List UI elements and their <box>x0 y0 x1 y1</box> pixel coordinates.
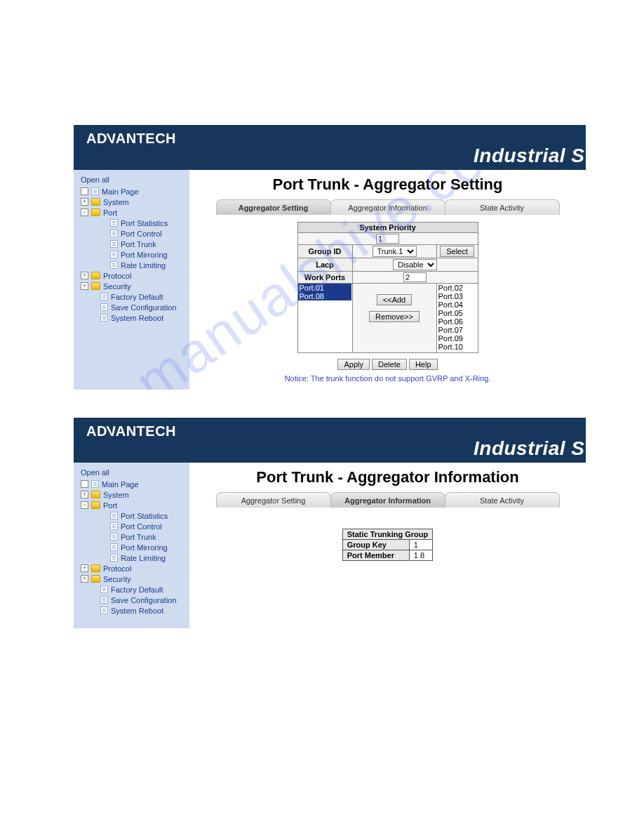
port-option[interactable]: Port.02 <box>437 284 478 292</box>
tab-aggregator-setting[interactable]: Aggregator Setting <box>216 199 331 215</box>
nav-system[interactable]: +System <box>81 489 187 500</box>
expand-icon[interactable]: + <box>81 272 88 279</box>
nav-label: Factory Default <box>111 293 163 301</box>
sys-priority-input[interactable] <box>376 234 399 244</box>
open-all-link[interactable]: Open all <box>81 468 187 477</box>
nav-port-statistics[interactable]: Port Statistics <box>81 218 187 228</box>
nav-label: Port Statistics <box>121 219 168 227</box>
tab-bar: Aggregator Setting Aggregator Informatio… <box>216 199 560 215</box>
nav-system[interactable]: +System <box>81 197 187 207</box>
delete-button[interactable]: Delete <box>372 359 407 370</box>
notice-text: Notice: The trunk function do not suppor… <box>189 374 586 383</box>
nav-port-control[interactable]: Port Control <box>81 521 187 531</box>
nav-protocol[interactable]: +Protocol <box>81 270 187 281</box>
nav-label: Port <box>103 208 117 217</box>
tab-state-activity[interactable]: State Activity <box>445 492 560 508</box>
nav-label: Port <box>103 501 117 510</box>
port-option[interactable]: Port.07 <box>437 326 478 334</box>
nav-save-configuration[interactable]: Save Configuration <box>81 302 187 312</box>
work-ports-input[interactable] <box>403 272 427 282</box>
expand-icon[interactable]: + <box>81 564 88 572</box>
expand-icon[interactable]: + <box>81 198 88 206</box>
group-id-label: Group ID <box>297 245 352 258</box>
selected-ports-listbox[interactable]: Port.01 Port.08 <box>298 284 351 352</box>
nav-label: System Reboot <box>111 607 163 615</box>
tab-aggregator-information[interactable]: Aggregator Information <box>330 199 445 215</box>
expand-icon[interactable]: + <box>81 575 88 583</box>
nav-factory-default[interactable]: Factory Default <box>81 584 187 595</box>
folder-icon <box>91 501 100 509</box>
page-icon <box>110 533 118 541</box>
nav-label: Port Control <box>121 230 162 238</box>
page-icon <box>100 303 108 311</box>
lacp-cell: Disable <box>352 258 478 272</box>
expand-icon[interactable]: + <box>81 491 88 498</box>
add-button[interactable]: <<Add <box>377 294 412 305</box>
select-button[interactable]: Select <box>440 246 474 257</box>
nav-label: System <box>103 198 129 206</box>
tab-aggregator-setting[interactable]: Aggregator Setting <box>216 492 331 508</box>
nav-port[interactable]: −Port <box>81 207 187 218</box>
open-all-link[interactable]: Open all <box>81 176 187 184</box>
nav-label: Rate Limiting <box>121 554 166 562</box>
nav-security[interactable]: +Security <box>81 281 187 291</box>
nav-label: Factory Default <box>111 585 163 594</box>
help-button[interactable]: Help <box>409 359 438 370</box>
port-option[interactable]: Port.06 <box>437 317 478 326</box>
tab-aggregator-information[interactable]: Aggregator Information <box>330 492 445 508</box>
nav-system-reboot[interactable]: System Reboot <box>81 605 187 616</box>
available-ports-listbox[interactable]: Port.02 Port.03 Port.04 Port.05 Port.06 … <box>437 284 478 352</box>
product-title: Industrial S <box>474 437 586 460</box>
nav-save-configuration[interactable]: Save Configuration <box>81 595 187 605</box>
nav-label: System <box>103 491 129 499</box>
banner: ADVANTECH Industrial S <box>74 418 586 463</box>
panel-aggregator-setting: manualshive.com ADVANTECH Industrial S O… <box>74 125 586 390</box>
collapse-icon[interactable]: − <box>81 208 88 216</box>
nav-port-mirroring[interactable]: Port Mirroring <box>81 542 187 552</box>
tab-state-activity[interactable]: State Activity <box>445 199 560 215</box>
config-table: System Priority Group ID Trunk.1 Select … <box>297 222 478 353</box>
port-option[interactable]: Port.11 <box>437 351 478 352</box>
port-option[interactable]: Port.04 <box>437 300 478 309</box>
select-cell: Select <box>436 245 478 258</box>
port-option[interactable]: Port.01 <box>298 284 351 292</box>
nav-port-trunk[interactable]: Port Trunk <box>81 531 187 542</box>
nav-label: Port Trunk <box>121 240 156 249</box>
nav-factory-default[interactable]: Factory Default <box>81 291 187 302</box>
nav-port-statistics[interactable]: Port Statistics <box>81 510 187 521</box>
lacp-select[interactable]: Disable <box>393 259 437 270</box>
nav-port[interactable]: −Port <box>81 500 187 510</box>
nav-label: System Reboot <box>111 314 163 322</box>
port-option[interactable]: Port.03 <box>437 292 478 300</box>
tab-bar: Aggregator Setting Aggregator Informatio… <box>216 492 560 508</box>
nav-rate-limiting[interactable]: Rate Limiting <box>81 552 187 563</box>
remove-button[interactable]: Remove>> <box>369 311 420 322</box>
nav-rate-limiting[interactable]: Rate Limiting <box>81 260 187 270</box>
port-option[interactable]: Port.09 <box>437 334 478 343</box>
apply-button[interactable]: Apply <box>337 359 370 370</box>
nav-port-mirroring[interactable]: Port Mirroring <box>81 249 187 260</box>
nav-security[interactable]: +Security <box>81 574 187 584</box>
leaf-icon <box>81 187 88 195</box>
banner: ADVANTECH Industrial S <box>74 125 586 170</box>
page-icon <box>110 240 118 248</box>
port-option[interactable]: Port.05 <box>437 309 478 317</box>
nav-label: Protocol <box>103 272 131 280</box>
port-option[interactable]: Port.10 <box>437 343 478 351</box>
nav-protocol[interactable]: +Protocol <box>81 563 187 574</box>
nav-port-control[interactable]: Port Control <box>81 228 187 239</box>
work-ports-cell <box>352 272 478 284</box>
expand-icon[interactable]: + <box>81 282 88 290</box>
nav-main-page[interactable]: Main Page <box>81 479 187 489</box>
group-id-select[interactable]: Trunk.1 <box>373 246 417 257</box>
nav-port-trunk[interactable]: Port Trunk <box>81 239 187 249</box>
sys-priority-cell <box>297 233 478 245</box>
nav-label: Main Page <box>102 480 139 489</box>
nav-label: Save Configuration <box>111 303 177 312</box>
nav-system-reboot[interactable]: System Reboot <box>81 312 187 323</box>
nav-main-page[interactable]: Main Page <box>81 186 187 197</box>
port-option[interactable]: Port.08 <box>298 292 351 300</box>
page-title: Port Trunk - Aggregator Information <box>189 468 586 486</box>
content-area: Port Trunk - Aggregator Setting Aggregat… <box>189 170 586 390</box>
collapse-icon[interactable]: − <box>81 501 88 509</box>
